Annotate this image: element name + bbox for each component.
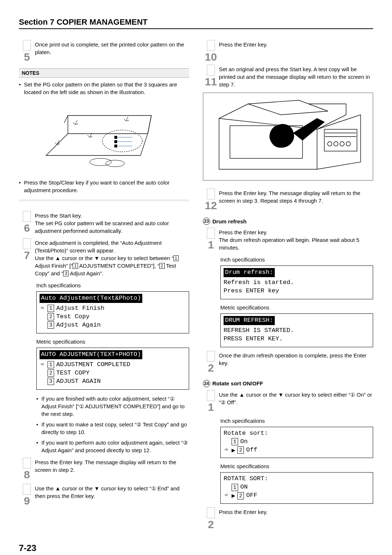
step-12: 12 Press the Enter key. The message disp… <box>203 189 373 211</box>
two-column-layout: 5 Once print out is complete, set the pr… <box>19 40 373 532</box>
step-11: 11 Set an original and press the Start k… <box>203 65 373 88</box>
manual-page: Section 7 COPIER MANAGEMENT 5 Once print… <box>0 0 392 555</box>
lcd-display: Rotate sort: 1On ➪▶2Off <box>220 427 373 458</box>
bullet-text: If you want to make a test copy, select … <box>41 421 189 436</box>
step-8: 8 Press the Enter key. The message displ… <box>19 458 189 480</box>
note-text: Set the PG color pattern on the platen s… <box>24 81 189 96</box>
rotate-step-1: 1 Use the ▲ cursor or the ▼ cursor key t… <box>203 390 373 413</box>
platen-illustration <box>19 101 189 174</box>
subsection-drum-refresh: 23 Drum refresh <box>203 218 373 225</box>
subsection-rotate-sort: 24 Rotate sort ON/OFF <box>203 380 373 387</box>
lcd-display: Drum refresh: Refresh is started. Press … <box>220 266 373 299</box>
section-heading: Section 7 COPIER MANAGEMENT <box>19 17 373 29</box>
lcd-display: AUTO ADJUSTMENT(TEXT+PHOTO) ➪1ADJUSTMENT… <box>36 348 189 390</box>
svg-rect-1 <box>114 136 117 139</box>
lcd-display: DRUM REFRESH: REFRESH IS STARTED. PRESS … <box>220 313 373 347</box>
page-number: 7-23 <box>19 543 373 553</box>
step-5: 5 Once print out is complete, set the pr… <box>19 40 189 62</box>
drum-step-2: 2 Once the drum refresh operation is com… <box>203 351 373 373</box>
svg-point-0 <box>102 130 142 152</box>
copier-hand-illustration <box>203 93 373 181</box>
bullet-text: If you want to perform auto color adjust… <box>41 439 189 454</box>
svg-point-7 <box>90 158 111 166</box>
drum-step-1: 1 Press the Enter key. The drum refresh … <box>203 228 373 251</box>
svg-point-8 <box>106 160 124 167</box>
svg-rect-2 <box>114 140 117 143</box>
metric-spec-label: Metric specifications <box>36 338 189 345</box>
inch-spec-label: Inch specifications <box>36 281 189 289</box>
notes-heading: NOTES <box>19 68 189 78</box>
right-column: 10 Press the Enter key. 11 Set an origin… <box>203 40 373 532</box>
left-column: 5 Once print out is complete, set the pr… <box>19 40 189 532</box>
step-10: 10 Press the Enter key. <box>203 40 373 62</box>
lcd-display: ROTATE SORT: 1ON ➪▶2OFF <box>220 472 373 504</box>
svg-rect-10 <box>324 129 357 151</box>
rotate-step-2: 2 Press the Enter key. <box>203 507 373 530</box>
bullet-text: If you are finished with auto color adju… <box>41 395 189 418</box>
note-text: Press the Stop/Clear key if you want to … <box>24 179 189 194</box>
svg-rect-3 <box>114 145 117 147</box>
lcd-display: Auto Adjustment(Text&Photo) ➪1Adjust Fin… <box>36 291 189 333</box>
step-6: 6 Press the Start key. The set PG color … <box>19 211 189 235</box>
step-7: 7 Once adjustment is completed, the “Aut… <box>19 238 189 277</box>
step-9: 9 Use the ▲ cursor or the ▼ cursor key t… <box>19 484 189 506</box>
